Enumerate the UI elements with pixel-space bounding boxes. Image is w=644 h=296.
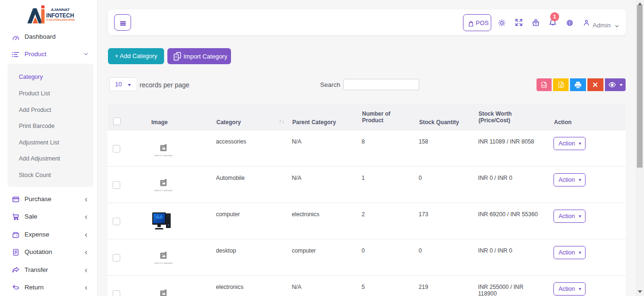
svg-text:PDF: PDF — [543, 85, 547, 87]
svg-text:IT SOLUTION & EDUCATION: IT SOLUTION & EDUCATION — [46, 19, 75, 21]
svg-text:INFOTECH: INFOTECH — [46, 12, 74, 19]
svg-text:AJANNAT: AJANNAT — [51, 8, 70, 12]
